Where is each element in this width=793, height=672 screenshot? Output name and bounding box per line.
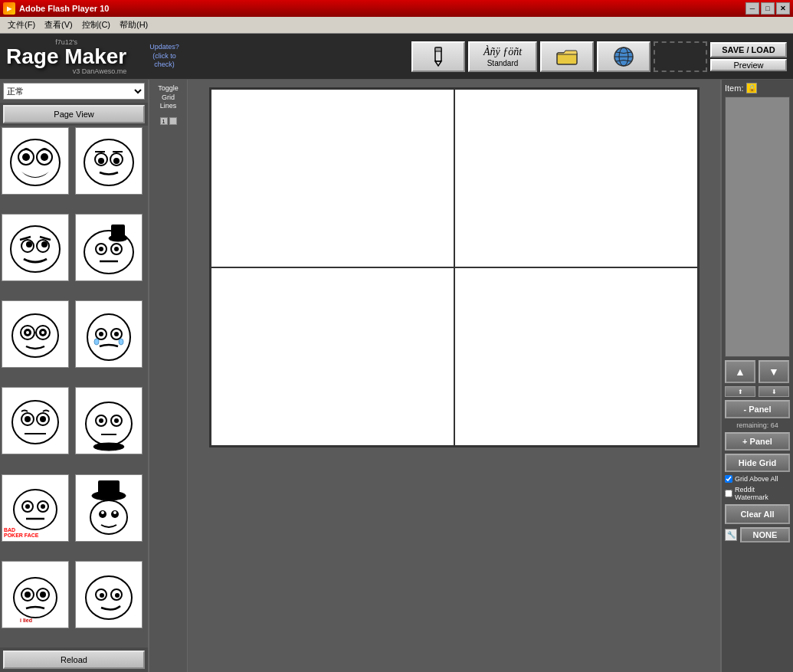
toolbar: Àñÿ ƒöñt Standard (411, 38, 787, 76)
flash-icon: ▶ (3, 2, 15, 15)
svg-point-48 (40, 416, 46, 422)
svg-point-79 (100, 593, 104, 598)
dropdown-area: 正常 (0, 80, 148, 103)
face-troll[interactable] (2, 127, 69, 195)
none-button[interactable]: NONE (740, 527, 790, 543)
face-top-hat[interactable] (75, 474, 143, 542)
face-derp[interactable] (75, 127, 143, 195)
updates-link[interactable]: Updates? (click to check) (149, 43, 179, 70)
globe-icon (613, 46, 634, 67)
svg-point-36 (41, 331, 44, 334)
reload-button[interactable]: Reload (3, 651, 145, 669)
comic-panel-3[interactable] (211, 267, 454, 446)
minus-panel-button[interactable]: - Panel (725, 400, 790, 418)
menu-control[interactable]: 控制(C) (77, 18, 115, 32)
title-bar-text: Adobe Flash Player 10 (19, 4, 109, 13)
font-tool-label: Standard (487, 59, 519, 67)
face-rage[interactable] (2, 214, 69, 281)
svg-point-44 (12, 401, 58, 444)
svg-point-76 (86, 576, 132, 619)
folder-tool-button[interactable] (540, 41, 594, 72)
svg-point-68 (101, 511, 104, 514)
toggle-area: Toggle Grid Lines 1 (149, 80, 188, 672)
comic-panel-4[interactable] (454, 267, 698, 446)
face-poker[interactable] (75, 214, 143, 281)
svg-point-60 (25, 504, 30, 509)
font-tool-text: Àñÿ ƒöñt (483, 46, 522, 58)
svg-rect-29 (111, 225, 125, 238)
grid-indicator: 1 (160, 117, 177, 125)
svg-rect-64 (98, 480, 120, 496)
content-area: 正常 Page View (0, 80, 793, 672)
svg-point-40 (99, 332, 103, 336)
face-stare[interactable] (2, 387, 69, 454)
minimize-button[interactable]: ─ (745, 2, 759, 15)
font-tool-button[interactable]: Àñÿ ƒöñt Standard (468, 41, 537, 72)
face-forever[interactable] (75, 300, 143, 368)
move-bottom-button[interactable]: ⬇ (759, 386, 789, 397)
svg-point-26 (114, 247, 119, 251)
svg-point-10 (22, 153, 30, 161)
reddit-watermark-label: Reddit Watermark (735, 486, 790, 501)
preview-button[interactable]: Preview (710, 59, 787, 71)
title-bar-left: ▶ Adobe Flash Player 10 (3, 2, 109, 15)
face-blank[interactable] (75, 387, 143, 454)
menu-view[interactable]: 查看(V) (40, 18, 77, 32)
page-view-button[interactable]: Page View (3, 105, 145, 123)
folder-icon (556, 48, 578, 65)
move-up-button[interactable]: ▲ (725, 360, 755, 383)
svg-point-35 (26, 331, 29, 334)
remaining-text: remaining: 64 (725, 421, 790, 429)
svg-point-37 (87, 314, 130, 360)
svg-point-56 (93, 443, 124, 451)
lock-icon[interactable]: 🔒 (746, 83, 757, 93)
close-button[interactable]: ✕ (776, 2, 790, 15)
comic-canvas (209, 87, 700, 447)
select-tool-button[interactable] (654, 41, 707, 72)
pencil-icon (428, 46, 449, 67)
svg-point-41 (114, 332, 119, 336)
canvas-area (188, 80, 720, 672)
right-panel: Item: 🔒 ▲ ▼ ⬆ ⬇ - Panel remaining: 64 + … (720, 80, 793, 672)
comic-panel-2[interactable] (454, 89, 698, 267)
face-category-dropdown[interactable]: 正常 (3, 83, 145, 100)
comic-panel-1[interactable] (211, 89, 454, 267)
plus-panel-button[interactable]: + Panel (725, 432, 790, 451)
save-load-area: SAVE / LOAD Preview (710, 42, 787, 71)
globe-tool-button[interactable] (597, 41, 650, 72)
face-bad-poker[interactable]: BADPOKER FACE (2, 474, 69, 542)
grid-cell-1: 1 (160, 117, 168, 125)
title-bar-controls: ─ □ ✕ (745, 2, 790, 15)
svg-point-80 (115, 593, 120, 598)
svg-point-12 (84, 139, 133, 185)
logo-version: v3 DanAweso.me (6, 67, 126, 75)
reddit-watermark-row: Reddit Watermark (725, 486, 790, 501)
menu-help[interactable]: 帮助(H) (115, 18, 152, 32)
svg-rect-2 (435, 48, 441, 51)
svg-point-47 (25, 416, 31, 422)
hide-grid-button[interactable]: Hide Grid (725, 454, 790, 472)
svg-point-61 (41, 504, 45, 509)
svg-point-11 (41, 153, 48, 161)
move-down-button[interactable]: ▼ (759, 360, 789, 383)
save-load-button[interactable]: SAVE / LOAD (710, 42, 787, 57)
item-header: Item: 🔒 (725, 83, 790, 93)
title-bar: ▶ Adobe Flash Player 10 ─ □ ✕ (0, 0, 793, 17)
move-top-button[interactable]: ⬆ (725, 386, 755, 397)
face-smirk[interactable] (75, 561, 143, 628)
toggle-grid-button[interactable]: Toggle Grid Lines (158, 84, 179, 111)
menu-bar: 文件(F) 查看(V) 控制(C) 帮助(H) (0, 17, 793, 34)
maximize-button[interactable]: □ (761, 2, 775, 15)
reddit-watermark-checkbox[interactable] (725, 490, 732, 497)
clear-all-button[interactable]: Clear All (725, 504, 790, 524)
svg-point-65 (90, 500, 127, 534)
face-worried[interactable]: i lied (2, 561, 69, 628)
face-cereal[interactable] (2, 300, 69, 368)
svg-point-73 (25, 592, 31, 598)
menu-file[interactable]: 文件(F) (3, 18, 40, 32)
pencil-tool-button[interactable] (411, 41, 465, 72)
svg-marker-1 (435, 61, 441, 66)
svg-point-16 (113, 158, 120, 164)
grid-above-checkbox[interactable] (725, 475, 732, 483)
svg-point-7 (11, 139, 60, 185)
